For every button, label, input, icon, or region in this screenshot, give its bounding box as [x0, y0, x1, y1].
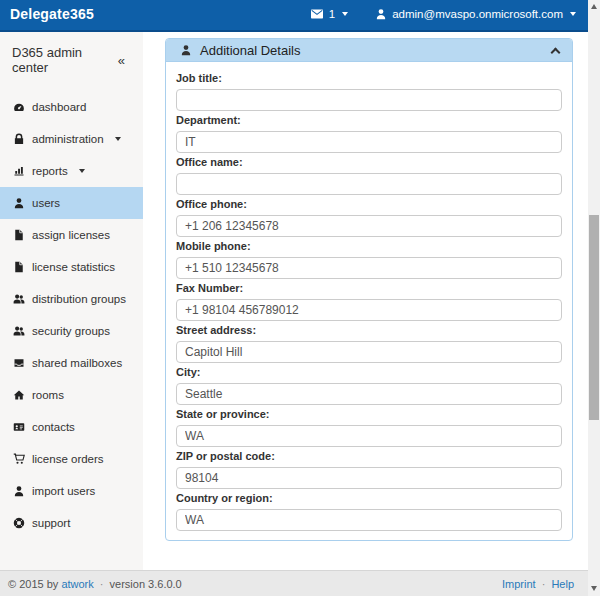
copyright-prefix: © 2015 by [8, 578, 58, 590]
department-label: Department: [176, 114, 562, 126]
footer: © 2015 by atwork · version 3.6.0.0 Impri… [0, 570, 588, 596]
sidebar-item-label: dashboard [32, 101, 86, 113]
sidebar-item-administration[interactable]: administration [0, 123, 143, 155]
panel-title: Additional Details [200, 43, 300, 58]
user-icon [12, 485, 25, 498]
scroll-down-arrow-icon[interactable] [591, 586, 597, 591]
sidebar-item-label: security groups [32, 325, 110, 337]
panel-body: Job title: Department: Office name: Offi… [166, 62, 572, 540]
file-icon [12, 261, 25, 274]
form-group: Street address: [176, 324, 562, 363]
city-input[interactable] [176, 383, 562, 405]
department-input[interactable] [176, 131, 562, 153]
additional-details-panel: Additional Details Job title: Department… [165, 38, 573, 541]
chevron-down-icon [115, 137, 121, 141]
page-scrollbar[interactable] [588, 0, 600, 596]
office-name-label: Office name: [176, 156, 562, 168]
fax-number-input[interactable] [176, 299, 562, 321]
sidebar-item-label: import users [32, 485, 95, 497]
dashboard-icon [12, 101, 25, 114]
street-address-label: Street address: [176, 324, 562, 336]
help-link[interactable]: Help [551, 578, 574, 590]
form-group: City: [176, 366, 562, 405]
bar-chart-icon [12, 165, 25, 178]
state-province-label: State or province: [176, 408, 562, 420]
form-group: Fax Number: [176, 282, 562, 321]
office-phone-input[interactable] [176, 215, 562, 237]
imprint-link[interactable]: Imprint [502, 578, 536, 590]
sidebar-item-reports[interactable]: reports [0, 155, 143, 187]
sidebar: D365 admin center « dashboard administra… [0, 32, 143, 570]
sidebar-item-label: users [32, 197, 60, 209]
sidebar-item-license-statistics[interactable]: license statistics [0, 251, 143, 283]
mobile-phone-input[interactable] [176, 257, 562, 279]
atwork-link[interactable]: atwork [61, 578, 93, 590]
sidebar-item-support[interactable]: support [0, 507, 143, 539]
lock-icon [12, 133, 25, 146]
sidebar-item-rooms[interactable]: rooms [0, 379, 143, 411]
footer-separator: · [542, 578, 546, 590]
sidebar-nav: dashboard administration reports users a… [0, 91, 143, 539]
sidebar-item-label: rooms [32, 389, 64, 401]
street-address-input[interactable] [176, 341, 562, 363]
user-icon [374, 8, 387, 21]
user-icon [12, 197, 25, 210]
main-content: Additional Details Job title: Department… [143, 32, 588, 570]
sidebar-item-label: license orders [32, 453, 104, 465]
users-group-icon [12, 325, 25, 338]
sidebar-item-contacts[interactable]: contacts [0, 411, 143, 443]
scrollbar-thumb[interactable] [589, 215, 599, 420]
messages-count: 1 [329, 8, 335, 20]
chevron-down-icon [342, 12, 348, 16]
sidebar-item-distribution-groups[interactable]: distribution groups [0, 283, 143, 315]
sidebar-item-label: contacts [32, 421, 75, 433]
form-group: Job title: [176, 72, 562, 111]
address-book-icon [12, 421, 25, 434]
account-email: admin@mvaspo.onmicrosoft.com [392, 8, 563, 20]
app-brand[interactable]: Delegate365 [10, 6, 94, 22]
scroll-up-arrow-icon[interactable] [591, 4, 597, 9]
sidebar-item-label: support [32, 517, 70, 529]
panel-header[interactable]: Additional Details [166, 39, 572, 62]
top-navbar: Delegate365 1 admin@mvaspo.onmicrosoft.c… [0, 0, 588, 32]
city-label: City: [176, 366, 562, 378]
mobile-phone-label: Mobile phone: [176, 240, 562, 252]
cart-icon [12, 453, 25, 466]
inbox-icon [12, 357, 25, 370]
sidebar-item-dashboard[interactable]: dashboard [0, 91, 143, 123]
sidebar-header: D365 admin center « [0, 32, 143, 83]
account-dropdown[interactable]: admin@mvaspo.onmicrosoft.com [374, 8, 576, 21]
job-title-input[interactable] [176, 89, 562, 111]
sidebar-item-import-users[interactable]: import users [0, 475, 143, 507]
sidebar-item-license-orders[interactable]: license orders [0, 443, 143, 475]
sidebar-item-label: administration [32, 133, 104, 145]
fax-number-label: Fax Number: [176, 282, 562, 294]
sidebar-item-security-groups[interactable]: security groups [0, 315, 143, 347]
chevron-up-icon[interactable] [551, 47, 561, 57]
chevron-down-icon [79, 169, 85, 173]
zip-postal-code-label: ZIP or postal code: [176, 450, 562, 462]
footer-separator: · [100, 578, 104, 590]
state-province-input[interactable] [176, 425, 562, 447]
sidebar-item-assign-licenses[interactable]: assign licenses [0, 219, 143, 251]
sidebar-item-label: license statistics [32, 261, 115, 273]
sidebar-item-label: assign licenses [32, 229, 110, 241]
envelope-icon [311, 8, 324, 21]
form-group: Department: [176, 114, 562, 153]
sidebar-item-label: distribution groups [32, 293, 126, 305]
footer-copyright: © 2015 by atwork · version 3.6.0.0 [8, 578, 182, 590]
version-text: version 3.6.0.0 [110, 578, 182, 590]
sidebar-title: D365 admin center [12, 45, 118, 75]
country-region-label: Country or region: [176, 492, 562, 504]
country-region-input[interactable] [176, 509, 562, 531]
chevron-down-icon [570, 12, 576, 16]
office-name-input[interactable] [176, 173, 562, 195]
zip-postal-code-input[interactable] [176, 467, 562, 489]
sidebar-item-shared-mailboxes[interactable]: shared mailboxes [0, 347, 143, 379]
sidebar-item-users[interactable]: users [0, 187, 143, 219]
life-ring-icon [12, 517, 25, 530]
form-group: Mobile phone: [176, 240, 562, 279]
sidebar-item-label: reports [32, 165, 68, 177]
messages-dropdown[interactable]: 1 [311, 8, 348, 21]
sidebar-collapse-button[interactable]: « [118, 53, 125, 68]
